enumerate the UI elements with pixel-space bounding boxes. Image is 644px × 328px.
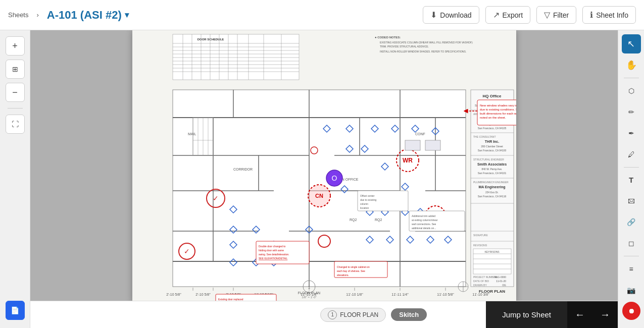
svg-text:elevations.: elevations. (337, 274, 349, 277)
camera-tool-button[interactable]: 📷 (622, 281, 641, 300)
bottom-bar: 1 FLOOR PLAN Skitch Jump to Sheet ← → (30, 301, 618, 328)
svg-text:INSTALL NON-ROLLER WINDOW SHAD: INSTALL NON-ROLLER WINDOW SHADES. REFER … (380, 50, 466, 53)
svg-text:MA Engineering: MA Engineering (478, 185, 505, 189)
svg-rect-204 (405, 140, 420, 150)
zoom-out-icon: − (12, 87, 18, 98)
svg-text:DOOR SCHEDULE: DOOR SCHEDULE (197, 38, 224, 41)
svg-text:additional details on...: additional details on... (412, 227, 436, 230)
svg-text:Changed to single cabinet on: Changed to single cabinet on (337, 265, 370, 268)
canvas-area: DOOR SCHEDULE (30, 30, 618, 328)
fit-button[interactable]: ⊞ (6, 60, 25, 79)
svg-text:location: location (360, 206, 369, 209)
filter-button[interactable]: ▽ Filter (536, 6, 576, 24)
filter-icon: ▽ (544, 10, 550, 20)
svg-text:MAIL: MAIL (188, 132, 196, 136)
svg-text:RQ2: RQ2 (375, 218, 382, 222)
svg-text:11'-10 5/8": 11'-10 5/8" (437, 293, 454, 296)
sheet-title-chevron-icon[interactable]: ▾ (125, 10, 129, 20)
svg-rect-205 (425, 140, 440, 150)
skitch-button[interactable]: Skitch (391, 308, 427, 321)
svg-text:234 Evo Dr.: 234 Evo Dr. (485, 191, 498, 194)
svg-text:San Francisco, CA 94101: San Francisco, CA 94101 (477, 172, 506, 175)
export-icon: ↗ (493, 10, 500, 20)
hand-icon: ✋ (626, 60, 637, 71)
sheet-number: 1 (331, 312, 334, 317)
svg-text:KEYRISONS: KEYRISONS (484, 250, 500, 253)
svg-text:folding door with same: folding door with same (259, 249, 284, 252)
breadcrumb-separator: › (36, 11, 38, 19)
hand-tool-button[interactable]: ✋ (622, 56, 641, 75)
bottom-right: Jump to Sheet ← → (486, 301, 618, 328)
svg-text:O: O (331, 174, 337, 182)
next-sheet-button[interactable]: → (592, 301, 618, 328)
svg-text:Smith Associates: Smith Associates (477, 162, 506, 166)
eraser-tool-button[interactable]: ◻ (622, 234, 641, 253)
svg-text:San Francisco, CA 94116: San Francisco, CA 94116 (477, 195, 506, 198)
pages-button[interactable]: 📄 (6, 301, 25, 320)
stamp-tool-button[interactable]: 🖂 (622, 191, 641, 210)
svg-text:RQ2: RQ2 (350, 218, 357, 222)
zoom-in-button[interactable]: + (6, 36, 25, 56)
skitch-label: Skitch (399, 311, 419, 318)
svg-text:N&G-0000: N&G-0000 (494, 276, 506, 279)
svg-text:due to existing conditions. Se: due to existing conditions. See as (480, 108, 516, 111)
jump-to-sheet-button[interactable]: Jump to Sheet (486, 301, 567, 328)
sheet-info-label: Sheet Info (596, 11, 628, 19)
svg-text:PROJECT NUMBER: PROJECT NUMBER (473, 276, 497, 279)
svg-text:Offset center: Offset center (360, 194, 375, 197)
svg-text:REVISIONS: REVISIONS (473, 244, 487, 247)
svg-text:840 W. Pemp Ave.: 840 W. Pemp Ave. (481, 168, 502, 171)
highlighter-tool-button[interactable]: ✒ (622, 124, 641, 143)
sheet-number-circle: 1 (328, 310, 337, 319)
svg-text:EXISTING ASSOCIATE COLUMN (SHE: EXISTING ASSOCIATE COLUMN (SHEAR WALL FI… (380, 41, 473, 44)
svg-text:11-01-20: 11-01-20 (496, 280, 506, 283)
sheet-info-button[interactable]: ℹ Sheet Info (582, 6, 636, 24)
svg-text:✓: ✓ (184, 247, 190, 255)
svg-text:CONF: CONF (415, 132, 425, 136)
svg-text:TRIM. PROVIDE STRUCTURAL ADDVI: TRIM. PROVIDE STRUCTURAL ADDVICE. (380, 45, 429, 48)
filter-label: Filter (553, 11, 569, 19)
canvas-inner[interactable]: DOOR SCHEDULE (30, 30, 618, 301)
svg-text:due to existing: due to existing (360, 198, 376, 201)
svg-text:DRAWN BY: DRAWN BY (473, 284, 487, 287)
sheet-title: A-101 (ASI #2) ▾ (47, 9, 129, 22)
link-tool-button[interactable]: 🔗 (622, 212, 641, 232)
markup-pen-tool-button[interactable]: 🖊 (622, 145, 641, 164)
lasso-tool-button[interactable]: ⬡ (622, 81, 641, 100)
svg-text:THR Inc.: THR Inc. (484, 140, 499, 143)
svg-text:Existing door replaced: Existing door replaced (218, 298, 243, 301)
lasso-icon: ⬡ (628, 87, 634, 95)
prev-sheet-button[interactable]: ← (567, 301, 592, 328)
download-button[interactable]: ⬇ Download (423, 6, 479, 24)
cursor-tool-button[interactable]: ↖ (622, 34, 641, 53)
cursor-icon: ↖ (627, 38, 635, 49)
sheet-label-tag: 1 FLOOR PLAN (320, 308, 386, 322)
fullscreen-button[interactable]: ⛶ (6, 115, 25, 134)
info-icon: ℹ (590, 10, 593, 20)
fullscreen-icon: ⛶ (12, 120, 19, 128)
zoom-out-button[interactable]: − (6, 83, 25, 102)
list-tool-button[interactable]: ≡ (622, 259, 641, 279)
list-icon: ≡ (629, 265, 633, 273)
sheet-title-text: A-101 (ASI #2) (47, 9, 122, 22)
record-button[interactable]: ⏺ (622, 302, 640, 320)
next-icon: → (600, 309, 610, 320)
svg-text:FLOOR PLAN: FLOOR PLAN (298, 291, 320, 295)
pen-tool-button[interactable]: ✏ (622, 102, 641, 122)
svg-text:HQ Office: HQ Office (482, 94, 501, 98)
svg-text:STRUCTURAL ENGINEER: STRUCTURAL ENGINEER (473, 158, 504, 161)
export-button[interactable]: ↗ Export (485, 6, 530, 24)
svg-text:WR: WR (403, 157, 413, 164)
svg-text:San Francisco, CA 94100: San Francisco, CA 94100 (477, 149, 506, 152)
camera-icon: 📷 (627, 286, 635, 294)
breadcrumb[interactable]: Sheets (8, 11, 28, 19)
main-area: + ⊞ − ⛶ 📄 DOOR SCHEDULE (0, 30, 644, 328)
svg-text:noted on the sheet.: noted on the sheet. (480, 116, 506, 119)
svg-text:11'-11 1/4": 11'-11 1/4" (391, 293, 409, 296)
jump-label: Jump to Sheet (502, 310, 551, 319)
svg-text:column: column (360, 202, 368, 205)
markup-pen-icon: 🖊 (628, 150, 635, 158)
bottom-center: 1 FLOOR PLAN Skitch (261, 308, 486, 322)
text-tool-button[interactable]: T (622, 171, 641, 190)
sheet-label-text: FLOOR PLAN (340, 311, 378, 318)
